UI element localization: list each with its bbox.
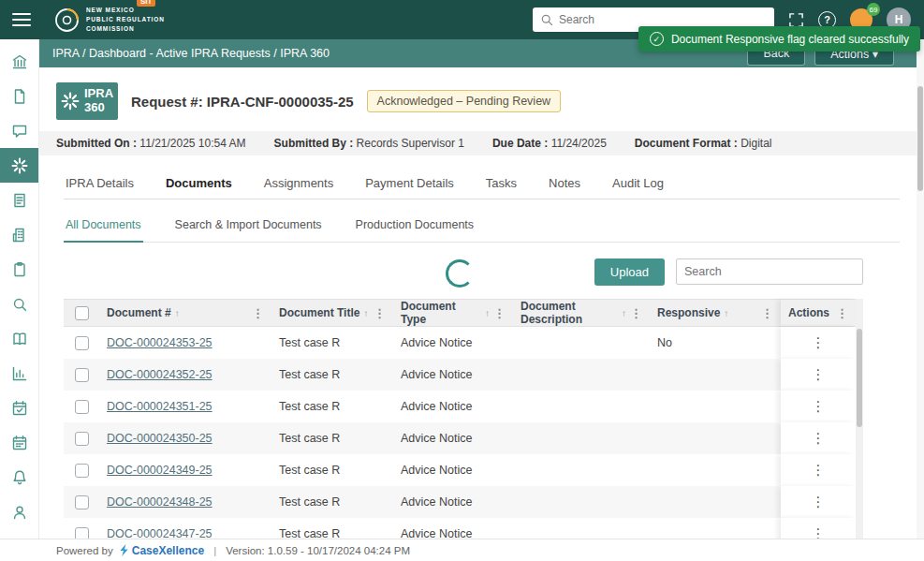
sidebar-item-invoice[interactable] <box>0 183 38 217</box>
page-scrollbar[interactable] <box>917 39 924 539</box>
sidebar-item-chart[interactable] <box>0 356 38 391</box>
tabs: IPRA DetailsDocumentsAssignmentsPayment … <box>64 170 900 199</box>
row-actions-cell: ⋮ <box>781 454 856 486</box>
document-description-cell <box>513 486 650 518</box>
document-description-cell <box>513 359 650 391</box>
row-actions-icon[interactable]: ⋮ <box>812 494 826 510</box>
document-type-cell: Advice Notice <box>393 391 513 422</box>
document-link[interactable]: DOC-000024348-25 <box>107 495 213 509</box>
fullscreen-icon[interactable] <box>788 12 804 28</box>
row-checkbox[interactable] <box>75 432 89 446</box>
page-scrollbar-thumb[interactable] <box>917 86 923 191</box>
subtab-production-documents[interactable]: Production Documents <box>354 213 476 242</box>
column-header-document-description[interactable]: Document Description↑⋮ <box>513 300 650 326</box>
row-actions-icon[interactable]: ⋮ <box>812 366 826 383</box>
document-link[interactable]: DOC-000024349-25 <box>107 464 213 477</box>
row-checkbox[interactable] <box>75 368 89 382</box>
status-badge: Acknowledged – Pending Review <box>367 90 562 112</box>
document-link[interactable]: DOC-000024353-25 <box>107 336 213 349</box>
column-menu-icon[interactable]: ⋮ <box>630 306 642 320</box>
document-description-cell <box>513 454 650 486</box>
document-type-cell: Advice Notice <box>393 518 513 539</box>
tab-audit-log[interactable]: Audit Log <box>610 170 666 199</box>
column-header-document[interactable]: Document #↑⋮ <box>99 300 271 326</box>
document-title-cell: Test case R <box>271 486 393 518</box>
tab-ipra-details[interactable]: IPRA Details <box>64 170 136 199</box>
calendar-icon <box>11 435 28 451</box>
subtab-search-import-documents[interactable]: Search & Import Documents <box>173 213 324 242</box>
sidebar-item-calendar[interactable] <box>0 425 38 460</box>
table-header: Document #↑⋮Document Title↑⋮Document Typ… <box>64 299 856 327</box>
sort-icon[interactable]: ↑ <box>175 308 180 318</box>
table-scrollbar-thumb[interactable] <box>857 329 862 427</box>
document-link[interactable]: DOC-000024352-25 <box>107 368 213 381</box>
tabs-area: IPRA DetailsDocumentsAssignmentsPayment … <box>64 170 900 539</box>
sidebar-item-home[interactable] <box>0 44 38 79</box>
sidebar-item-user[interactable] <box>0 495 38 529</box>
sidebar-item-search-scan[interactable] <box>0 287 38 321</box>
toast-notification: ✓ Document Responsive flag cleared succe… <box>638 26 920 52</box>
sort-icon[interactable]: ↑ <box>485 308 490 318</box>
document-link[interactable]: DOC-000024347-25 <box>107 527 213 539</box>
row-actions-icon[interactable]: ⋮ <box>812 398 826 415</box>
document-description-cell <box>513 518 650 539</box>
column-menu-icon[interactable]: ⋮ <box>252 306 264 320</box>
calendar-check-icon <box>11 400 28 417</box>
sidebar-item-book[interactable] <box>0 321 38 356</box>
sidebar-item-clipboard[interactable] <box>0 252 38 287</box>
building-icon <box>11 227 28 244</box>
user-icon <box>11 504 28 521</box>
row-checkbox[interactable] <box>75 336 89 350</box>
table-search-input[interactable] <box>676 258 863 285</box>
brand-link[interactable]: CaseXellence <box>119 544 204 557</box>
column-header-responsive[interactable]: Responsive↑⋮ <box>650 300 781 326</box>
select-all-checkbox[interactable] <box>75 306 89 320</box>
sort-icon[interactable]: ↑ <box>363 308 368 318</box>
subtab-all-documents[interactable]: All Documents <box>64 213 143 243</box>
row-checkbox[interactable] <box>75 527 89 539</box>
sort-icon[interactable]: ↑ <box>724 308 728 318</box>
responsive-cell <box>650 422 781 454</box>
row-actions-icon[interactable]: ⋮ <box>812 334 826 351</box>
sidebar-item-document[interactable] <box>0 79 38 113</box>
row-actions-icon[interactable]: ⋮ <box>812 430 826 447</box>
nmprc-logo-icon <box>54 7 80 33</box>
tab-payment-details[interactable]: Payment Details <box>363 170 456 199</box>
sidebar-item-bell[interactable] <box>0 460 38 495</box>
document-link[interactable]: DOC-000024351-25 <box>107 400 213 413</box>
row-checkbox[interactable] <box>75 400 89 414</box>
tab-notes[interactable]: Notes <box>547 170 582 199</box>
sort-icon[interactable]: ↑ <box>622 308 626 318</box>
row-actions-icon[interactable]: ⋮ <box>812 525 826 539</box>
tab-assignments[interactable]: Assignments <box>262 170 335 199</box>
upload-button[interactable]: Upload <box>594 258 665 286</box>
column-menu-icon[interactable]: ⋮ <box>836 306 848 320</box>
tab-tasks[interactable]: Tasks <box>484 170 519 199</box>
responsive-cell <box>650 454 781 486</box>
row-actions-icon[interactable]: ⋮ <box>812 462 826 479</box>
column-menu-icon[interactable]: ⋮ <box>493 306 506 320</box>
global-search-input[interactable] <box>559 13 767 26</box>
document-title-cell: Test case R <box>271 327 393 359</box>
hamburger-menu-icon[interactable] <box>12 13 31 26</box>
sidebar-item-building[interactable] <box>0 217 38 252</box>
document-icon <box>11 88 28 105</box>
document-link[interactable]: DOC-000024350-25 <box>107 432 213 445</box>
version-label: Version: 1.0.59 - 10/17/2024 04:24 PM <box>226 545 410 556</box>
table-scrollbar[interactable] <box>856 299 863 539</box>
responsive-cell <box>650 518 781 539</box>
row-checkbox[interactable] <box>75 495 89 509</box>
sidebar-item-chat[interactable] <box>0 113 38 148</box>
document-description-cell <box>513 391 650 422</box>
tab-documents[interactable]: Documents <box>164 170 234 199</box>
row-checkbox[interactable] <box>75 464 89 478</box>
documents-table: Document #↑⋮Document Title↑⋮Document Typ… <box>64 299 863 539</box>
ipra360-badge-text: IPRA 360 <box>84 87 113 115</box>
column-menu-icon[interactable]: ⋮ <box>374 306 386 320</box>
sidebar-item-ipra360[interactable] <box>0 148 38 183</box>
column-header-document-title[interactable]: Document Title↑⋮ <box>271 300 393 326</box>
column-menu-icon[interactable]: ⋮ <box>761 306 773 320</box>
column-header-document-type[interactable]: Document Type↑⋮ <box>393 300 513 326</box>
sidebar-item-calendar-check[interactable] <box>0 391 38 425</box>
breadcrumb[interactable]: IPRA / Dashboard - Active IPRA Requests … <box>52 47 330 60</box>
